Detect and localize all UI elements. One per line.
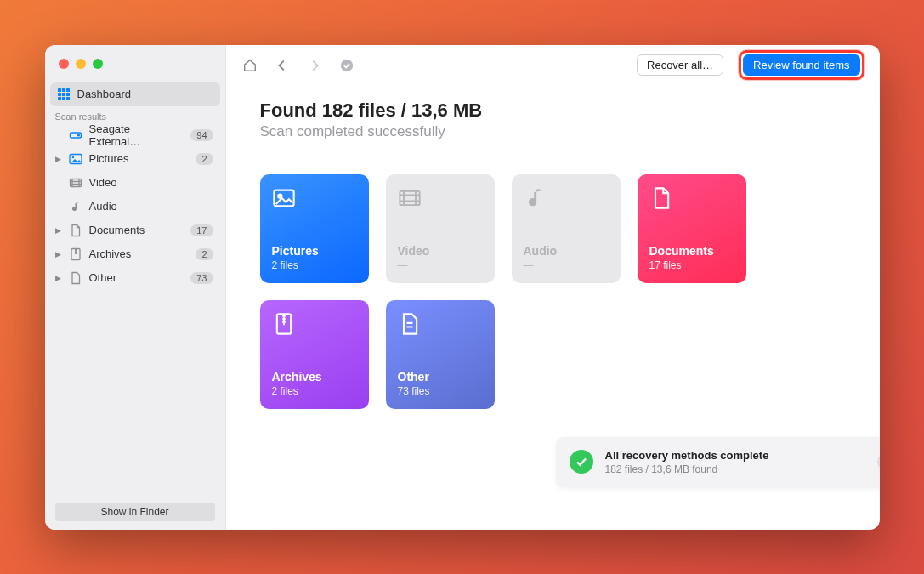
- sidebar-item-archives[interactable]: ▶ Archives 2: [50, 242, 220, 266]
- card-other[interactable]: Other 73 files: [386, 300, 495, 409]
- sidebar-item-label: Other: [89, 271, 117, 284]
- dashboard-icon: [57, 88, 71, 101]
- svg-rect-2: [66, 88, 70, 92]
- other-file-icon: [69, 271, 82, 285]
- chevron-right-icon[interactable]: ▶: [55, 250, 61, 259]
- audio-icon: [524, 186, 547, 210]
- sidebar-item-label: Seagate External…: [89, 122, 184, 148]
- app-window: Dashboard Scan results Seagate External……: [45, 45, 880, 530]
- card-subtitle: 73 files: [398, 385, 483, 397]
- count-badge: 2: [196, 248, 213, 260]
- card-title: Pictures: [272, 244, 357, 258]
- sidebar-item-audio[interactable]: Audio: [50, 195, 220, 219]
- close-window-button[interactable]: [59, 59, 69, 69]
- page-title: Found 182 files / 13,6 MB: [260, 99, 846, 122]
- sidebar: Dashboard Scan results Seagate External……: [45, 45, 226, 530]
- sidebar-item-label: Documents: [89, 224, 145, 236]
- review-found-items-button[interactable]: Review found items: [743, 54, 859, 76]
- toolbar: Recover all… Review found items: [226, 45, 880, 86]
- svg-point-12: [71, 156, 73, 157]
- show-in-finder-button[interactable]: Show in Finder: [55, 503, 215, 521]
- card-subtitle: 17 files: [649, 259, 734, 271]
- card-video[interactable]: Video —: [386, 174, 495, 283]
- sidebar-item-label: Dashboard: [77, 88, 132, 100]
- sidebar-item-label: Audio: [89, 200, 117, 213]
- count-badge: 94: [190, 129, 213, 141]
- count-badge: 2: [196, 153, 213, 165]
- card-title: Audio: [524, 244, 609, 258]
- archive-icon: [69, 247, 82, 261]
- other-file-icon: [398, 312, 422, 336]
- svg-rect-3: [58, 93, 61, 96]
- review-highlight: Review found items: [739, 50, 864, 80]
- drive-icon: [69, 128, 82, 142]
- chevron-right-icon[interactable]: ▶: [55, 226, 61, 235]
- page-subtitle: Scan completed successfully: [260, 123, 846, 140]
- svg-rect-8: [66, 97, 70, 100]
- card-audio[interactable]: Audio —: [512, 174, 621, 283]
- nav-list: Dashboard: [45, 82, 225, 106]
- count-badge: 17: [190, 224, 213, 236]
- svg-point-10: [77, 134, 79, 136]
- sidebar-item-documents[interactable]: ▶ Documents 17: [50, 219, 220, 242]
- card-subtitle: —: [398, 259, 483, 271]
- card-subtitle: 2 files: [272, 385, 357, 397]
- back-icon[interactable]: [274, 57, 291, 74]
- notification-title: All recovery methods complete: [605, 449, 769, 462]
- image-icon: [272, 186, 296, 210]
- sidebar-item-video[interactable]: Video: [50, 171, 220, 195]
- notification-subtitle: 182 files / 13,6 MB found: [605, 463, 769, 475]
- card-archives[interactable]: Archives 2 files: [260, 300, 369, 409]
- card-title: Documents: [649, 244, 734, 258]
- card-pictures[interactable]: Pictures 2 files: [260, 174, 369, 283]
- card-subtitle: 2 files: [272, 259, 357, 271]
- chevron-right-icon[interactable]: ▶: [55, 274, 61, 282]
- checkmark-icon: [570, 450, 593, 474]
- svg-rect-4: [62, 93, 65, 96]
- archive-icon: [272, 312, 296, 336]
- sidebar-item-dashboard[interactable]: Dashboard: [50, 82, 220, 106]
- sidebar-item-pictures[interactable]: ▶ Pictures 2: [50, 147, 220, 171]
- document-icon: [69, 224, 82, 237]
- home-icon[interactable]: [241, 57, 258, 74]
- svg-rect-0: [58, 88, 61, 92]
- notification-banner: All recovery methods complete 182 files …: [556, 437, 880, 487]
- svg-rect-6: [58, 97, 61, 100]
- check-status-icon[interactable]: [338, 57, 355, 74]
- category-cards: Pictures 2 files Video — Audio: [260, 174, 846, 409]
- sidebar-item-other[interactable]: ▶ Other 73: [50, 266, 220, 290]
- card-title: Other: [398, 370, 483, 384]
- document-icon: [649, 186, 673, 210]
- window-controls: [45, 45, 225, 82]
- sidebar-section-label: Scan results: [45, 106, 225, 123]
- count-badge: 73: [190, 272, 213, 284]
- image-icon: [69, 152, 82, 166]
- fullscreen-window-button[interactable]: [93, 59, 103, 69]
- notification-text: All recovery methods complete 182 files …: [605, 449, 769, 475]
- svg-rect-18: [400, 190, 419, 204]
- scan-results-list: Seagate External… 94 ▶ Pictures 2 Video: [45, 123, 225, 290]
- card-title: Video: [398, 244, 483, 258]
- sidebar-item-label: Pictures: [89, 152, 129, 165]
- card-subtitle: —: [524, 259, 609, 271]
- close-icon[interactable]: ✕: [877, 453, 880, 470]
- svg-rect-7: [62, 97, 65, 100]
- svg-point-15: [340, 59, 352, 71]
- main-pane: Recover all… Review found items Found 18…: [226, 45, 880, 530]
- svg-rect-5: [66, 93, 70, 96]
- card-title: Archives: [272, 370, 357, 384]
- svg-point-17: [278, 194, 281, 197]
- video-icon: [69, 176, 82, 190]
- video-icon: [398, 186, 422, 210]
- recover-all-button[interactable]: Recover all…: [637, 54, 723, 76]
- svg-rect-1: [62, 88, 65, 92]
- sidebar-item-label: Video: [89, 176, 117, 189]
- audio-icon: [69, 200, 82, 213]
- sidebar-item-label: Archives: [89, 247, 132, 260]
- sidebar-item-drive[interactable]: Seagate External… 94: [50, 123, 220, 147]
- forward-icon[interactable]: [306, 57, 323, 74]
- card-documents[interactable]: Documents 17 files: [638, 174, 746, 283]
- minimize-window-button[interactable]: [76, 59, 86, 69]
- chevron-right-icon[interactable]: ▶: [55, 155, 61, 163]
